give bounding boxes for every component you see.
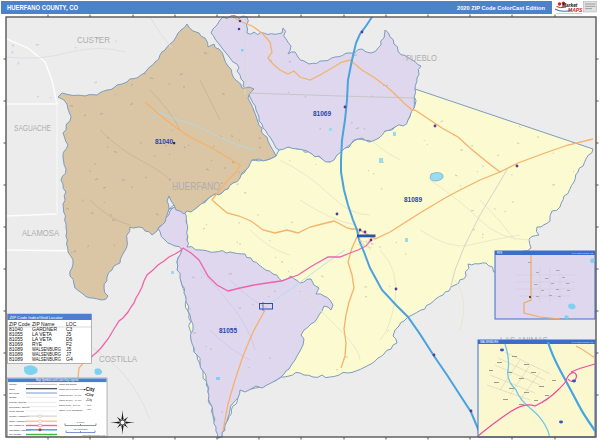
svg-text:State Highways: State Highways [9,420,27,423]
svg-text:81089: 81089 [9,356,23,362]
svg-text:PUEBLO: PUEBLO [406,52,437,63]
svg-text:WALSENBURG: WALSENBURG [480,340,498,344]
svg-text:8 Miles: 8 Miles [77,421,85,423]
svg-text:MAPS: MAPS [568,7,583,13]
svg-text:Copyright MarketMAPS: Copyright MarketMAPS [82,434,105,436]
svg-text:▪City: ▪City [85,393,94,397]
svg-text:MAP NOT TO SCALE: MAP NOT TO SCALE [572,252,594,254]
svg-text:12 Kilometers: 12 Kilometers [73,428,88,430]
svg-text:US Highways: US Highways [9,424,25,427]
svg-text:2020 ZIP Code ColorCast Editio: 2020 ZIP Code ColorCast Edition [457,5,546,11]
svg-text:G4: G4 [66,356,73,362]
svg-text:WALSENBURG: WALSENBURG [32,356,61,362]
svg-text:Map Symbols and Color Key Lege: Map Symbols and Color Key Legend [36,378,79,382]
svg-text:Primary Streets: Primary Streets [9,401,27,404]
svg-text:Minor Streets: Minor Streets [9,410,25,413]
svg-text:ALAMOSA: ALAMOSA [22,227,60,238]
svg-text:ZIP Code Index/Grid Locator: ZIP Code Index/Grid Locator [10,315,64,320]
svg-text:County: County [9,383,18,386]
svg-text:SAGUACHE: SAGUACHE [14,122,51,133]
svg-text:CUSTER: CUSTER [77,34,110,45]
svg-text:▪City: ▪City [84,387,95,392]
svg-text:State: State [9,388,15,391]
svg-text:81069: 81069 [313,110,331,117]
svg-text:81040: 81040 [155,138,173,145]
svg-text:81089: 81089 [404,196,422,203]
svg-text:81055: 81055 [219,327,237,334]
svg-text:▪City: ▪City [87,404,93,406]
svg-text:HUERFANO COUNTY, CO: HUERFANO COUNTY, CO [7,4,78,12]
svg-text:HUERFANO: HUERFANO [172,180,220,192]
svg-text:ZIP Code: ZIP Code [9,392,20,395]
svg-text:COSTILLA: COSTILLA [99,353,138,364]
svg-text:Roads: Roads [9,396,17,399]
svg-text:▪City: ▪City [86,398,92,402]
svg-text:Toll Roads: Toll Roads [9,433,21,436]
svg-text:RYE: RYE [497,251,503,255]
svg-text:Cities and Towns: Cities and Towns [59,383,77,385]
svg-text:MAP NOT TO SCALE: MAP NOT TO SCALE [572,341,594,343]
